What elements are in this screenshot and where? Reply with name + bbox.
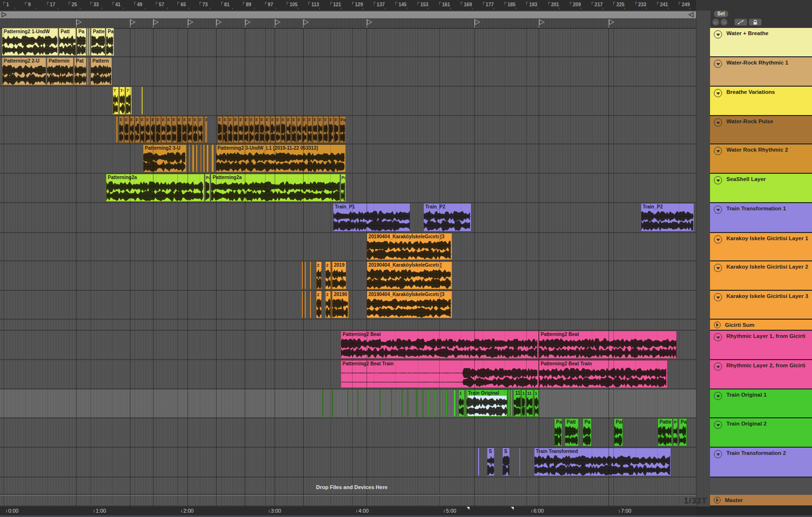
audio-clip-sliver[interactable]	[203, 144, 205, 172]
audio-clip[interactable]: F	[228, 116, 233, 143]
audio-clip[interactable]: Patterning2 3-U	[143, 144, 187, 172]
audio-clip[interactable]: 2	[325, 291, 331, 318]
audio-clip[interactable]: F	[254, 116, 260, 143]
audio-clip-sliver[interactable]	[519, 448, 520, 476]
bar-ruler[interactable]: 1917253341495765738189971051131211291371…	[0, 0, 696, 11]
overview-scroll-handle[interactable]	[0, 12, 696, 18]
grid-resolution-label[interactable]: 1/32T	[678, 496, 707, 506]
audio-clip[interactable]: F	[302, 116, 307, 143]
audio-clip[interactable]: Patterning2 1-UndW	[2, 28, 58, 56]
audio-clip[interactable]: F	[233, 116, 239, 143]
audio-clip[interactable]: Patterning2 Beat Train	[341, 360, 539, 388]
audio-clip[interactable]: F	[244, 116, 249, 143]
audio-clip[interactable]: F	[217, 116, 223, 143]
audio-clip[interactable]: 1	[458, 389, 465, 417]
audio-clip[interactable]: F	[323, 116, 329, 143]
audio-clip-sliver[interactable]	[510, 389, 512, 417]
audio-clip[interactable]: Patterning2 3-UndW_L1 [2019-11-22 053313…	[216, 144, 346, 172]
audio-clip[interactable]: F	[182, 116, 188, 143]
audio-clip[interactable]: Pa	[583, 418, 592, 446]
audio-clip-sliver[interactable]	[453, 389, 456, 417]
audio-clip[interactable]: Pat	[614, 418, 623, 446]
audio-clip-sliver[interactable]	[200, 144, 202, 172]
track-lane-rhythmic-layer-2-from-gicirti[interactable]: Patterning2 Beat TrainPatterning2 Beat T…	[0, 360, 696, 389]
audio-clip[interactable]: F	[307, 116, 313, 143]
audio-clip[interactable]: Patterning2 Beat	[341, 331, 539, 359]
audio-clip[interactable]: F	[276, 116, 281, 143]
locator-flag[interactable]	[188, 19, 188, 28]
track-header-water-rock-pulse[interactable]: Water-Rock Pulse	[710, 116, 812, 144]
audio-clip[interactable]: F	[198, 116, 203, 143]
fold-arrow-icon[interactable]	[714, 421, 722, 429]
audio-clip[interactable]: 11	[513, 389, 521, 417]
audio-clip[interactable]: Pa	[679, 418, 687, 446]
audio-clip[interactable]: 11	[526, 389, 533, 417]
locator-flag[interactable]	[153, 19, 153, 28]
track-lane-train-transformation-1[interactable]: Train_P1Train_P2Train_P2	[0, 203, 696, 233]
audio-clip[interactable]: 2	[316, 261, 322, 289]
audio-clip-sliver[interactable]	[357, 389, 358, 417]
track-lane-seashell-layer[interactable]: Patterning2aPaPatterning2aPa	[0, 174, 696, 203]
audio-clip[interactable]: Pattern	[90, 57, 112, 85]
fold-arrow-icon[interactable]	[714, 450, 722, 458]
audio-clip[interactable]: Patt	[565, 418, 579, 446]
prev-locator-button[interactable]: ←	[712, 19, 719, 26]
audio-clip[interactable]: Patterning2a	[106, 174, 204, 202]
audio-clip[interactable]: Train_P2	[641, 203, 694, 232]
audio-clip-sliver[interactable]	[402, 389, 403, 417]
audio-clip[interactable]: 20190404_KaraköyİskeleGıcırtı [	[367, 261, 452, 289]
audio-clip-sliver[interactable]	[478, 448, 480, 476]
fold-arrow-icon[interactable]	[714, 118, 722, 127]
audio-clip[interactable]: Pa	[205, 174, 210, 202]
audio-clip[interactable]: 7	[113, 87, 119, 115]
track-header-karakoy-iskele-gicirtisi-layer-2[interactable]: Karakoy Iskele Gicirtisi Layer 2	[710, 261, 812, 291]
audio-clip[interactable]: Patt	[59, 28, 76, 56]
audio-clip[interactable]: F	[156, 116, 161, 143]
track-header-karakoy-iskele-gicirtisi-layer-1[interactable]: Karakoy Iskele Gicirtisi Layer 1	[710, 233, 812, 261]
audio-clip[interactable]: F	[204, 116, 208, 143]
audio-clip-sliver[interactable]	[508, 389, 510, 417]
audio-clip[interactable]: Patternin	[47, 57, 74, 85]
audio-clip[interactable]: F	[265, 116, 270, 143]
track-header-water-breathe[interactable]: Water + Breathe	[710, 28, 812, 57]
track-lane-karakoy-iskele-gicirtisi-layer-2[interactable]: 22201920190404_KaraköyİskeleGıcırtı [	[0, 261, 696, 291]
audio-clip[interactable]: F	[334, 116, 339, 143]
track-header-water-rock-rhythmic-2[interactable]: Water Rock Rhythmic 2	[710, 144, 812, 174]
audio-clip[interactable]: 2	[316, 291, 322, 318]
track-header-water-rock-rhythmic-1[interactable]: Water-Rock Rhythmic 1	[710, 57, 812, 87]
unfold-arrow-icon[interactable]	[714, 497, 721, 504]
locator-flag[interactable]	[367, 19, 367, 28]
audio-clip[interactable]: F	[172, 116, 177, 143]
audio-clip-sliver[interactable]	[87, 28, 89, 56]
fold-arrow-icon[interactable]	[714, 333, 722, 341]
track-lane-rhythmic-layer-1-from-gicirti[interactable]: Patterning2 BeatPatterning2 Beat	[0, 331, 696, 360]
track-lane-water-rock-rhythmic-1[interactable]: Patterning2 2-UPatterninPatPattern	[0, 57, 696, 87]
locator-flag[interactable]	[474, 19, 475, 28]
audio-clip-sliver[interactable]	[380, 389, 381, 417]
track-lane-train-original-2[interactable]: PaPattPaPatPattePPa	[0, 418, 696, 448]
audio-clip[interactable]: 2	[325, 261, 331, 289]
audio-clip-sliver[interactable]	[141, 87, 143, 115]
audio-clip[interactable]: S	[487, 448, 495, 476]
track-header-train-original-2[interactable]: Train Original 2	[710, 418, 812, 448]
next-locator-button[interactable]: →	[721, 19, 727, 26]
fold-arrow-icon[interactable]	[714, 30, 722, 39]
audio-clip[interactable]: F	[188, 116, 193, 143]
track-lane-train-original-1[interactable]: 1Train Original111111	[0, 389, 696, 418]
fold-arrow-icon[interactable]	[714, 392, 722, 400]
locator-flag[interactable]	[76, 19, 76, 28]
audio-clip[interactable]: Patterning2 Beat	[539, 331, 677, 359]
audio-clip[interactable]: F	[135, 116, 140, 143]
audio-clip-sliver[interactable]	[441, 389, 442, 417]
audio-clip[interactable]: F	[166, 116, 172, 143]
fold-arrow-icon[interactable]	[714, 147, 722, 155]
audio-clip-sliver[interactable]	[428, 389, 430, 417]
fold-arrow-icon[interactable]	[714, 60, 722, 68]
audio-clip[interactable]: F	[297, 116, 302, 143]
audio-clip[interactable]: Train Transformed	[534, 448, 671, 476]
audio-clip-sliver[interactable]	[347, 389, 348, 417]
audio-clip[interactable]: Patte	[91, 28, 105, 56]
audio-clip[interactable]: F	[129, 116, 135, 143]
track-lane-karakoy-iskele-gicirtisi-layer-3[interactable]: 222019020190404_KaraköyİskeleGıcırtı [3	[0, 291, 696, 320]
audio-clip[interactable]: P	[673, 418, 678, 446]
